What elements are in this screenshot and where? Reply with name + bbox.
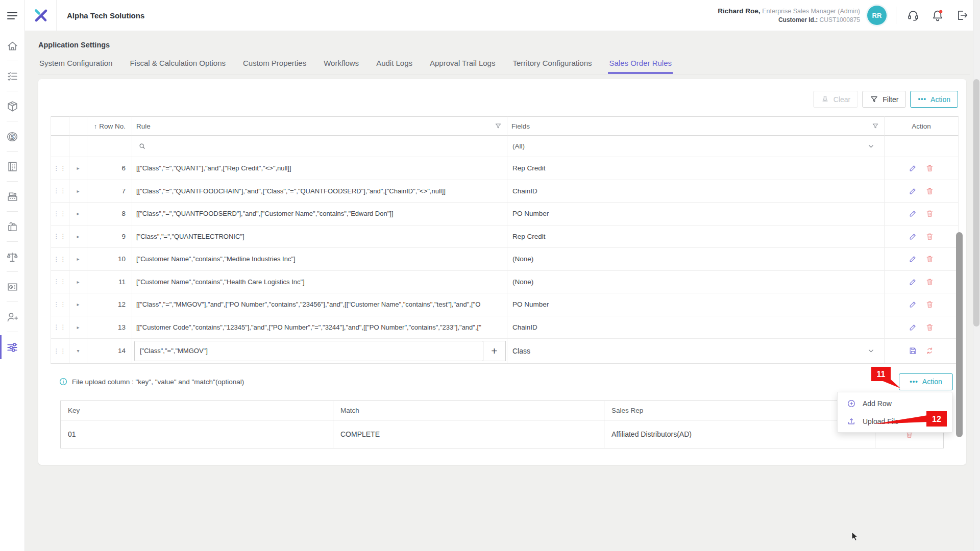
rule-search-input[interactable] — [132, 136, 507, 157]
logout-button[interactable] — [955, 9, 969, 22]
fields-cell[interactable]: ChainID — [507, 316, 885, 339]
save-icon[interactable] — [909, 346, 917, 355]
menu-item-upload-file[interactable]: Upload File — [838, 412, 952, 430]
match-cell[interactable]: COMPLETE — [333, 420, 604, 448]
add-condition-button[interactable]: + — [483, 341, 506, 361]
delete-trash-icon[interactable] — [925, 278, 934, 286]
clear-button[interactable]: Clear — [813, 91, 858, 108]
rule-cell[interactable]: [["Class","=","MMGOV"],"and",["PO Number… — [132, 293, 507, 316]
upload-action-button[interactable]: ••• Action — [899, 373, 953, 390]
sidebar-item-billing[interactable] — [0, 182, 24, 212]
edit-pencil-icon[interactable] — [909, 209, 917, 218]
fields-cell[interactable]: Rep Credit — [507, 226, 885, 248]
edit-pencil-icon[interactable] — [909, 278, 917, 286]
avatar[interactable]: RR — [867, 6, 887, 25]
edit-pencil-icon[interactable] — [909, 164, 917, 172]
sales-rep-cell[interactable]: Affiliated Distributors(AD) — [604, 420, 875, 448]
sort-asc-icon[interactable]: ↑ — [94, 122, 97, 130]
support-button[interactable] — [906, 9, 920, 22]
column-row-no[interactable]: ↑ Row No. — [87, 116, 132, 136]
tab-fiscal-calculation-options[interactable]: Fiscal & Calculation Options — [129, 56, 227, 74]
fields-cell[interactable]: (None) — [507, 271, 885, 294]
table-scrollbar[interactable] — [956, 232, 963, 437]
sidebar-item-purchases[interactable] — [0, 212, 24, 242]
expand-row-icon[interactable]: ▸ — [77, 211, 79, 216]
edit-pencil-icon[interactable] — [909, 323, 917, 332]
sidebar-item-home[interactable] — [0, 31, 24, 61]
sidebar-item-customers[interactable] — [0, 302, 24, 332]
drag-handle-icon[interactable]: ⋮⋮ — [54, 233, 67, 239]
delete-trash-icon[interactable] — [925, 209, 934, 218]
menu-item-add-row[interactable]: Add Row — [838, 394, 952, 412]
notifications-button[interactable] — [931, 9, 944, 22]
edit-pencil-icon[interactable] — [909, 300, 917, 309]
fields-cell[interactable]: PO Number — [507, 203, 885, 226]
delete-trash-icon[interactable] — [925, 232, 934, 241]
rule-cell[interactable]: [["Class","=","QUANTFOODSERD"],"and",["C… — [132, 203, 507, 226]
delete-trash-icon[interactable] — [925, 300, 934, 309]
table-action-button[interactable]: ••• Action — [910, 91, 958, 108]
tab-audit-logs[interactable]: Audit Logs — [375, 56, 413, 74]
key-cell[interactable]: 01 — [61, 420, 333, 448]
app-logo[interactable] — [25, 0, 57, 31]
drag-handle-icon[interactable]: ⋮⋮ — [54, 188, 67, 194]
edit-pencil-icon[interactable] — [909, 187, 917, 195]
fields-cell[interactable]: (None) — [507, 248, 885, 271]
fields-cell[interactable]: Rep Credit — [507, 157, 885, 180]
tab-custom-properties[interactable]: Custom Properties — [242, 56, 307, 74]
drag-handle-icon[interactable]: ⋮⋮ — [54, 211, 67, 217]
hamburger-menu-button[interactable] — [0, 0, 24, 31]
drag-handle-icon[interactable]: ⋮⋮ — [54, 324, 67, 330]
rule-cell[interactable]: [["Class","=","QUANT"],"and",["Rep Credi… — [132, 157, 507, 180]
expand-row-icon[interactable]: ▸ — [77, 234, 79, 239]
edit-pencil-icon[interactable] — [909, 232, 917, 241]
fields-filter-select[interactable]: (All) — [507, 136, 885, 157]
tab-territory-configurations[interactable]: Territory Configurations — [511, 56, 593, 74]
rule-filter-icon[interactable] — [495, 122, 502, 130]
sidebar-item-package[interactable] — [0, 91, 24, 121]
expand-row-icon[interactable]: ▸ — [77, 165, 79, 171]
drag-handle-icon[interactable]: ⋮⋮ — [54, 256, 67, 262]
rule-cell[interactable]: ["Customer Name","contains","Health Care… — [132, 271, 507, 294]
window-scrollbar[interactable] — [973, 0, 980, 551]
column-fields[interactable]: Fields — [507, 116, 885, 136]
delete-trash-icon[interactable] — [925, 255, 934, 263]
column-rule[interactable]: Rule — [132, 116, 507, 136]
rule-edit-input[interactable]: ["Class","=","MMGOV"] — [134, 341, 483, 361]
filter-button[interactable]: Filter — [862, 91, 906, 108]
sidebar-item-ledger[interactable]: D C — [0, 242, 24, 272]
expand-row-icon[interactable]: ▸ — [77, 324, 79, 330]
delete-trash-icon[interactable] — [925, 187, 934, 195]
expand-row-icon[interactable]: ▸ — [77, 302, 79, 307]
tab-sales-order-rules[interactable]: Sales Order Rules — [608, 56, 673, 74]
sidebar-item-task-list[interactable] — [0, 61, 24, 91]
drag-handle-icon[interactable]: ⋮⋮ — [54, 279, 67, 285]
refresh-icon[interactable] — [925, 346, 934, 355]
rule-cell[interactable]: ["Customer Name","contains","Medline Ind… — [132, 248, 507, 271]
fields-cell[interactable]: PO Number — [507, 293, 885, 316]
tab-approval-trail-logs[interactable]: Approval Trail Logs — [429, 56, 496, 74]
rule-cell[interactable]: ["Class","=","QUANTELECTRONIC"] — [132, 226, 507, 248]
fields-filter-icon[interactable] — [872, 122, 879, 130]
sidebar-item-configuration[interactable] — [0, 332, 24, 362]
fields-edit-select[interactable]: Class — [507, 339, 885, 363]
collapse-row-icon[interactable]: ▾ — [77, 348, 79, 354]
expand-row-icon[interactable]: ▸ — [77, 279, 79, 285]
tab-system-configuration[interactable]: System Configuration — [38, 56, 113, 74]
drag-handle-icon[interactable]: ⋮⋮ — [54, 302, 67, 308]
expand-row-icon[interactable]: ▸ — [77, 256, 79, 262]
delete-trash-icon[interactable] — [925, 323, 934, 332]
fields-cell[interactable]: ChainID — [507, 180, 885, 203]
rule-cell[interactable]: [["Customer Code","contains","12345"],"a… — [132, 316, 507, 339]
sidebar-item-organization[interactable] — [0, 152, 24, 182]
expand-row-icon[interactable]: ▸ — [77, 188, 79, 194]
drag-handle-icon[interactable]: ⋮⋮ — [54, 165, 67, 171]
drag-handle-icon[interactable]: ⋮⋮ — [54, 348, 67, 354]
edit-pencil-icon[interactable] — [909, 255, 917, 263]
window-scrollbar-thumb[interactable] — [973, 79, 979, 327]
tab-workflows[interactable]: Workflows — [323, 56, 360, 74]
sidebar-item-pricing[interactable]: $ — [0, 121, 24, 152]
rule-cell[interactable]: [["Class","=","QUANTFOODCHAIN"],"and",["… — [132, 180, 507, 203]
delete-trash-icon[interactable] — [925, 164, 934, 172]
sidebar-item-reports[interactable] — [0, 272, 24, 302]
